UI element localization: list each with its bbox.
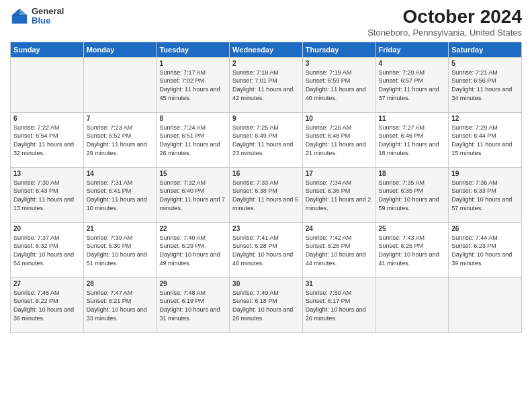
day-number: 7 <box>87 115 154 122</box>
day-number: 6 <box>13 115 81 122</box>
day-info: Sunrise: 7:20 AMSunset: 6:57 PMDaylight:… <box>379 68 446 102</box>
day-info: Sunrise: 7:50 AMSunset: 6:17 PMDaylight:… <box>306 289 373 322</box>
page: General Blue October 2024 Stoneboro, Pen… <box>0 0 532 411</box>
day-number: 1 <box>159 60 226 67</box>
logo-text: General Blue <box>32 7 64 26</box>
week-row-5: 27Sunrise: 7:46 AMSunset: 6:22 PMDayligh… <box>11 277 522 332</box>
day-cell-5-2: 28Sunrise: 7:47 AMSunset: 6:21 PMDayligh… <box>83 277 157 332</box>
day-cell-2-1: 6Sunrise: 7:22 AMSunset: 6:54 PMDaylight… <box>11 112 84 167</box>
day-info: Sunrise: 7:26 AMSunset: 6:48 PMDaylight:… <box>306 124 373 157</box>
header-day-friday: Friday <box>375 42 449 57</box>
day-info: Sunrise: 7:30 AMSunset: 6:43 PMDaylight:… <box>13 179 81 212</box>
day-cell-1-3: 1Sunrise: 7:17 AMSunset: 7:02 PMDaylight… <box>157 57 230 112</box>
day-number: 14 <box>87 170 154 177</box>
day-cell-1-7: 5Sunrise: 7:21 AMSunset: 6:56 PMDaylight… <box>449 57 522 112</box>
day-number: 18 <box>379 170 446 177</box>
header-day-tuesday: Tuesday <box>157 42 230 57</box>
day-info: Sunrise: 7:49 AMSunset: 6:18 PMDaylight:… <box>232 289 300 322</box>
day-info: Sunrise: 7:19 AMSunset: 6:59 PMDaylight:… <box>306 68 373 102</box>
day-cell-5-7 <box>449 277 522 332</box>
day-info: Sunrise: 7:24 AMSunset: 6:51 PMDaylight:… <box>159 124 226 157</box>
day-info: Sunrise: 7:44 AMSunset: 6:23 PMDaylight:… <box>451 234 519 267</box>
day-number: 5 <box>451 60 519 67</box>
day-number: 22 <box>159 225 226 232</box>
logo-blue-text: Blue <box>32 16 64 26</box>
day-info: Sunrise: 7:41 AMSunset: 6:28 PMDaylight:… <box>232 234 300 267</box>
day-info: Sunrise: 7:17 AMSunset: 7:02 PMDaylight:… <box>159 68 226 102</box>
day-number: 8 <box>159 115 226 122</box>
header-row: SundayMondayTuesdayWednesdayThursdayFrid… <box>11 42 522 57</box>
header-day-wednesday: Wednesday <box>230 42 303 57</box>
day-info: Sunrise: 7:34 AMSunset: 6:36 PMDaylight:… <box>306 179 373 212</box>
day-info: Sunrise: 7:46 AMSunset: 6:22 PMDaylight:… <box>13 289 81 322</box>
day-cell-3-4: 16Sunrise: 7:33 AMSunset: 6:38 PMDayligh… <box>230 167 303 222</box>
day-cell-5-4: 30Sunrise: 7:49 AMSunset: 6:18 PMDayligh… <box>230 277 303 332</box>
day-info: Sunrise: 7:22 AMSunset: 6:54 PMDaylight:… <box>13 124 81 157</box>
header-day-sunday: Sunday <box>11 42 84 57</box>
day-number: 17 <box>306 170 373 177</box>
day-number: 25 <box>379 225 446 232</box>
day-cell-2-5: 10Sunrise: 7:26 AMSunset: 6:48 PMDayligh… <box>302 112 375 167</box>
day-number: 26 <box>451 225 519 232</box>
logo-general-text: General <box>32 7 64 16</box>
day-number: 23 <box>232 225 300 232</box>
day-cell-1-2 <box>83 57 157 112</box>
day-info: Sunrise: 7:33 AMSunset: 6:38 PMDaylight:… <box>232 179 300 212</box>
day-cell-3-1: 13Sunrise: 7:30 AMSunset: 6:43 PMDayligh… <box>11 167 84 222</box>
day-cell-2-6: 11Sunrise: 7:27 AMSunset: 6:46 PMDayligh… <box>375 112 449 167</box>
day-number: 20 <box>13 225 81 232</box>
logo: General Blue <box>10 7 64 26</box>
day-cell-1-6: 4Sunrise: 7:20 AMSunset: 6:57 PMDaylight… <box>375 57 449 112</box>
day-cell-1-1 <box>11 57 84 112</box>
day-cell-5-1: 27Sunrise: 7:46 AMSunset: 6:22 PMDayligh… <box>11 277 84 332</box>
day-number: 2 <box>232 60 300 67</box>
day-info: Sunrise: 7:47 AMSunset: 6:21 PMDaylight:… <box>87 289 154 322</box>
day-cell-1-5: 3Sunrise: 7:19 AMSunset: 6:59 PMDaylight… <box>302 57 375 112</box>
header-day-monday: Monday <box>83 42 157 57</box>
day-number: 31 <box>306 280 373 287</box>
svg-marker-1 <box>19 9 27 15</box>
day-number: 9 <box>232 115 300 122</box>
day-number: 28 <box>87 280 154 287</box>
day-number: 27 <box>13 280 81 287</box>
week-row-2: 6Sunrise: 7:22 AMSunset: 6:54 PMDaylight… <box>11 112 522 167</box>
day-info: Sunrise: 7:37 AMSunset: 6:32 PMDaylight:… <box>13 234 81 267</box>
day-info: Sunrise: 7:27 AMSunset: 6:46 PMDaylight:… <box>379 124 446 157</box>
day-cell-5-5: 31Sunrise: 7:50 AMSunset: 6:17 PMDayligh… <box>302 277 375 332</box>
day-cell-4-3: 22Sunrise: 7:40 AMSunset: 6:29 PMDayligh… <box>157 222 230 277</box>
week-row-4: 20Sunrise: 7:37 AMSunset: 6:32 PMDayligh… <box>11 222 522 277</box>
day-number: 29 <box>159 280 226 287</box>
day-number: 4 <box>379 60 446 67</box>
day-cell-4-4: 23Sunrise: 7:41 AMSunset: 6:28 PMDayligh… <box>230 222 303 277</box>
day-info: Sunrise: 7:48 AMSunset: 6:19 PMDaylight:… <box>159 289 226 322</box>
calendar-table: SundayMondayTuesdayWednesdayThursdayFrid… <box>10 42 522 333</box>
day-info: Sunrise: 7:21 AMSunset: 6:56 PMDaylight:… <box>451 68 519 102</box>
day-number: 24 <box>306 225 373 232</box>
day-cell-3-6: 18Sunrise: 7:35 AMSunset: 6:35 PMDayligh… <box>375 167 449 222</box>
day-cell-4-5: 24Sunrise: 7:42 AMSunset: 6:26 PMDayligh… <box>302 222 375 277</box>
day-info: Sunrise: 7:31 AMSunset: 6:41 PMDaylight:… <box>87 179 154 212</box>
day-info: Sunrise: 7:29 AMSunset: 6:44 PMDaylight:… <box>451 124 519 157</box>
day-cell-2-7: 12Sunrise: 7:29 AMSunset: 6:44 PMDayligh… <box>449 112 522 167</box>
day-cell-3-7: 19Sunrise: 7:36 AMSunset: 6:33 PMDayligh… <box>449 167 522 222</box>
day-info: Sunrise: 7:43 AMSunset: 6:25 PMDaylight:… <box>379 234 446 267</box>
location: Stoneboro, Pennsylvania, United States <box>367 28 522 38</box>
week-row-1: 1Sunrise: 7:17 AMSunset: 7:02 PMDaylight… <box>11 57 522 112</box>
header-day-saturday: Saturday <box>449 42 522 57</box>
day-cell-1-4: 2Sunrise: 7:18 AMSunset: 7:01 PMDaylight… <box>230 57 303 112</box>
day-cell-2-3: 8Sunrise: 7:24 AMSunset: 6:51 PMDaylight… <box>157 112 230 167</box>
day-cell-3-3: 15Sunrise: 7:32 AMSunset: 6:40 PMDayligh… <box>157 167 230 222</box>
svg-rect-2 <box>12 15 27 16</box>
header-day-thursday: Thursday <box>302 42 375 57</box>
day-number: 30 <box>232 280 300 287</box>
day-cell-3-2: 14Sunrise: 7:31 AMSunset: 6:41 PMDayligh… <box>83 167 157 222</box>
day-cell-3-5: 17Sunrise: 7:34 AMSunset: 6:36 PMDayligh… <box>302 167 375 222</box>
day-info: Sunrise: 7:18 AMSunset: 7:01 PMDaylight:… <box>232 68 300 102</box>
day-info: Sunrise: 7:42 AMSunset: 6:26 PMDaylight:… <box>306 234 373 267</box>
day-cell-4-2: 21Sunrise: 7:39 AMSunset: 6:30 PMDayligh… <box>83 222 157 277</box>
day-number: 10 <box>306 115 373 122</box>
day-cell-2-2: 7Sunrise: 7:23 AMSunset: 6:52 PMDaylight… <box>83 112 157 167</box>
header: General Blue October 2024 Stoneboro, Pen… <box>10 7 522 38</box>
month-title: October 2024 <box>367 7 522 28</box>
day-number: 11 <box>379 115 446 122</box>
